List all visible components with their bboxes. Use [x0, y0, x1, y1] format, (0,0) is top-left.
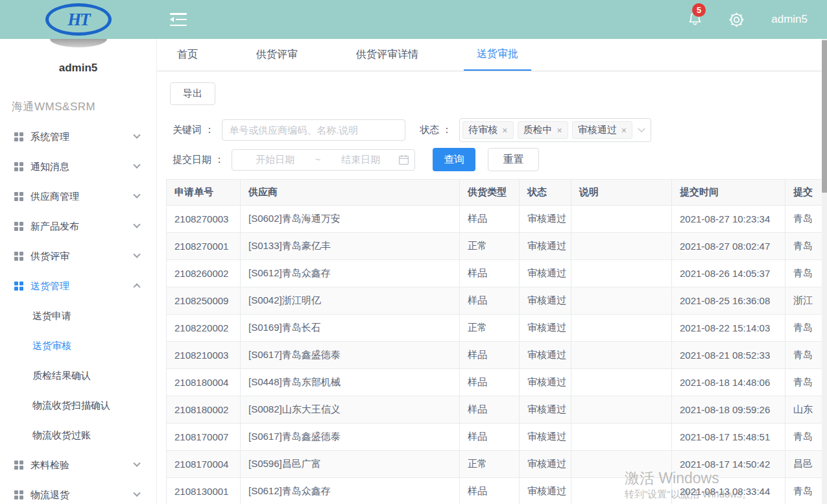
tag-label: 审核通过: [578, 124, 617, 136]
tag-close-icon[interactable]: ×: [621, 126, 627, 135]
cell-submit-time: 2021-08-17 15:48:51: [672, 424, 785, 451]
scrollbar-thumb[interactable]: [822, 40, 827, 193]
date-label: 提交日期 ：: [173, 154, 224, 166]
table-row[interactable]: 2108210003 [S0617]青岛鑫盛德泰 样品 审核通过 2021-08…: [167, 342, 827, 369]
table-row[interactable]: 2108180004 [S0448]青岛东部机械 样品 审核通过 2021-08…: [167, 369, 827, 396]
notification-bell-icon[interactable]: 5: [687, 10, 703, 29]
grid-icon: [14, 252, 23, 261]
menu-label: 系统管理: [30, 131, 69, 143]
settings-gear-icon[interactable]: [728, 11, 745, 29]
table-row[interactable]: 2108220002 [S0169]青岛长石 正常 审核通过 2021-08-2…: [167, 315, 827, 342]
menu-label: 通知消息: [30, 161, 69, 173]
cell-order-no: 2108270003: [167, 206, 241, 233]
cell-supply-type: 样品: [460, 260, 520, 287]
end-date-input[interactable]: 结束日期: [323, 154, 398, 166]
reset-button[interactable]: 重置: [488, 148, 539, 171]
cell-status: 审核通过: [520, 206, 571, 233]
notification-badge: 5: [692, 3, 706, 17]
grid-icon: [14, 222, 23, 231]
cell-submit-time: 2021-08-22 15:14:03: [672, 315, 785, 342]
cell-supplier: [S0602]青岛海通万安: [241, 206, 460, 233]
sidebar-subitem-logistics-receipt-scan-confirm[interactable]: 物流收货扫描确认: [0, 390, 156, 420]
tab-supply-review[interactable]: 供货评审: [243, 39, 311, 71]
cell-order-no: 2108270001: [167, 233, 241, 260]
cell-supply-type: 样品: [460, 396, 520, 424]
sidebar-subitem-qc-result-confirm[interactable]: 质检结果确认: [0, 361, 156, 390]
sidebar-item-notifications[interactable]: 通知消息: [0, 152, 156, 182]
chevron-down-icon: [133, 132, 140, 139]
sidebar-subitem-logistics-receipt-posting[interactable]: 物流收货过账: [0, 420, 156, 450]
grid-icon: [14, 162, 23, 171]
grid-icon: [14, 490, 23, 499]
cell-order-no: 2108180004: [167, 369, 241, 396]
tab-delivery-approval[interactable]: 送货审批: [464, 39, 531, 71]
sidebar-item-delivery-management[interactable]: 送货管理: [0, 271, 156, 301]
date-range-picker[interactable]: 开始日期 ~ 结束日期: [232, 149, 415, 171]
col-header-supplier: 供应商: [241, 180, 460, 206]
cell-supply-type: 样品: [460, 342, 520, 369]
cell-status: 审核通过: [520, 342, 571, 369]
cell-supply-type: 正常: [460, 451, 520, 478]
tag-close-icon[interactable]: ×: [502, 126, 507, 135]
table-row[interactable]: 2108170004 [S0596]昌邑广富 正常 审核通过 2021-08-1…: [167, 451, 827, 478]
cell-note: [571, 424, 672, 451]
table-row[interactable]: 2108260002 [S0612]青岛众鑫存 样品 审核通过 2021-08-…: [167, 260, 827, 287]
tab-home[interactable]: 首页: [164, 39, 211, 71]
status-multiselect[interactable]: 待审核 × 质检中 × 审核通过 ×: [459, 118, 651, 142]
start-date-input[interactable]: 开始日期: [237, 154, 313, 166]
sidebar-subitem-delivery-application[interactable]: 送货申请: [0, 301, 156, 331]
grid-icon: [14, 461, 23, 470]
sidebar-item-supply-review[interactable]: 供货评审: [0, 241, 156, 271]
cell-supplier: [S0133]青岛豪亿丰: [241, 233, 460, 260]
table-row[interactable]: 2108270001 [S0133]青岛豪亿丰 正常 审核通过 2021-08-…: [167, 233, 827, 260]
cell-note: [571, 396, 672, 424]
keyword-input[interactable]: [222, 119, 405, 141]
cell-submit-time: 2021-08-18 09:59:26: [672, 396, 785, 424]
cell-status: 审核通过: [520, 233, 571, 260]
main-content: 首页 供货评审 供货评审详情 送货审批 导出 关键词 ： 状态 ： 待审核 × …: [157, 39, 827, 504]
cell-order-no: 2108250009: [167, 287, 241, 315]
sidebar-item-incoming-inspection[interactable]: 来料检验: [0, 450, 156, 480]
menu-label: 供货评审: [30, 250, 69, 263]
table-row[interactable]: 2108270003 [S0602]青岛海通万安 样品 审核通过 2021-08…: [167, 206, 827, 233]
status-tag-approved[interactable]: 审核通过 ×: [572, 121, 632, 139]
sidebar-item-system-management[interactable]: 系统管理: [0, 122, 156, 152]
tab-supply-review-detail[interactable]: 供货评审详情: [343, 39, 431, 71]
cell-submit: 青岛: [785, 233, 827, 260]
cell-supply-type: 样品: [460, 287, 520, 315]
export-button[interactable]: 导出: [170, 82, 215, 105]
cell-submit: 昌邑: [785, 451, 827, 478]
cell-submit: 青岛: [785, 260, 827, 287]
cell-order-no: 2108170004: [167, 451, 241, 478]
sidebar-collapse-icon[interactable]: [170, 13, 187, 26]
cell-note: [571, 342, 672, 369]
col-header-note: 说明: [571, 180, 672, 206]
top-header: HT 5 admin5: [0, 0, 827, 39]
header-username[interactable]: admin5: [771, 13, 808, 26]
cell-submit-time: 2021-08-13 08:33:44: [672, 478, 785, 504]
status-label: 状态 ：: [420, 124, 451, 136]
vertical-scrollbar: [822, 39, 827, 504]
sidebar-subitem-delivery-audit[interactable]: 送货审核: [0, 331, 156, 361]
fold-mid: [170, 17, 187, 22]
table-row[interactable]: 2108130001 [S0612]青岛众鑫存 样品 审核通过 2021-08-…: [167, 478, 827, 504]
query-button[interactable]: 查询: [433, 148, 475, 171]
table-row[interactable]: 2108170007 [S0617]青岛鑫盛德泰 样品 审核通过 2021-08…: [167, 424, 827, 451]
fold-bar: [170, 13, 187, 15]
sidebar-item-logistics-returns[interactable]: 物流退货: [0, 480, 156, 504]
status-tag-qc[interactable]: 质检中 ×: [518, 121, 568, 139]
cell-order-no: 2108220002: [167, 315, 241, 342]
cell-order-no: 2108180002: [167, 396, 241, 424]
status-tag-pending[interactable]: 待审核 ×: [462, 121, 513, 139]
sidebar-item-new-product-release[interactable]: 新产品发布: [0, 211, 156, 241]
table-row[interactable]: 2108180002 [S0082]山东大王信义 样品 审核通过 2021-08…: [167, 396, 827, 424]
table-row[interactable]: 2108250009 [S0042]浙江明亿 样品 审核通过 2021-08-2…: [167, 287, 827, 315]
col-header-supply-type: 供货类型: [460, 180, 520, 206]
tag-close-icon[interactable]: ×: [557, 126, 562, 135]
menu-label: 来料检验: [30, 459, 69, 472]
cell-status: 审核通过: [520, 396, 571, 424]
sidebar-item-supplier-management[interactable]: 供应商管理: [0, 182, 156, 211]
header-actions: 5 admin5: [687, 10, 827, 29]
cell-note: [571, 478, 672, 504]
menu-label: 送货管理: [30, 280, 69, 293]
